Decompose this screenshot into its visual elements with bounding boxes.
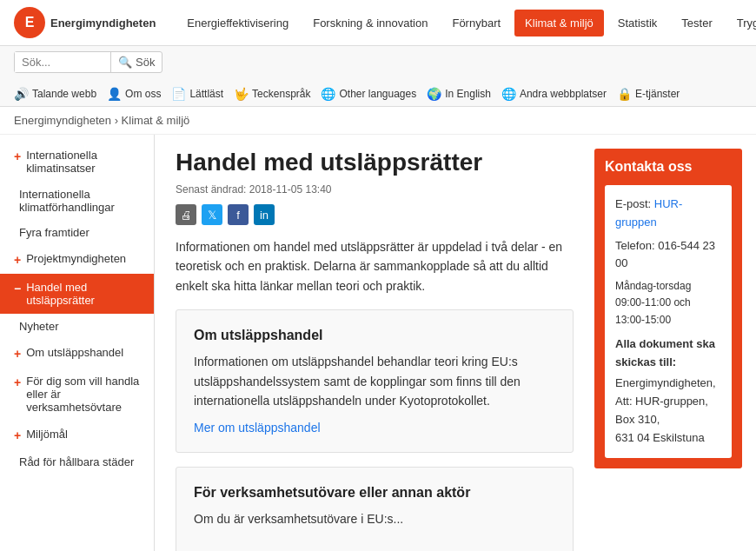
toolbar-talande[interactable]: 🔊 Talande webb bbox=[14, 87, 96, 101]
card-title-verksamhet: För verksamhetsutövare eller annan aktör bbox=[194, 485, 555, 501]
sidebar-item-rad[interactable]: Råd för hållbara städer bbox=[0, 449, 154, 475]
contact-address1-text: Energimyndigheten, bbox=[615, 376, 716, 389]
etjanster-icon: 🔒 bbox=[617, 87, 632, 101]
share-facebook-icon[interactable]: f bbox=[228, 204, 249, 225]
in-english-icon: 🌍 bbox=[427, 87, 441, 101]
sidebar-label-projekt: Projektmyndigheten bbox=[26, 252, 126, 265]
nav-klimat[interactable]: Klimat & miljö bbox=[514, 10, 604, 37]
search-input[interactable] bbox=[15, 52, 110, 72]
toolbar-in-english[interactable]: 🌍 In English bbox=[427, 87, 491, 101]
contact-phone-label: Telefon: bbox=[615, 239, 655, 252]
card-text-om-utslapp: Informationen om utsläppshandel behandla… bbox=[194, 352, 555, 410]
toolbar-andra-webbplatser[interactable]: 🌐 Andra webbplatser bbox=[501, 87, 607, 101]
last-updated: Senast ändrad: 2018-11-05 13:40 bbox=[176, 183, 574, 196]
share-print-icon[interactable]: 🖨 bbox=[176, 204, 196, 225]
contact-address1: Energimyndigheten, bbox=[615, 375, 721, 393]
om-oss-icon: 👤 bbox=[107, 87, 122, 101]
logo-icon: E bbox=[14, 7, 45, 38]
plus-icon: + bbox=[14, 149, 21, 163]
breadcrumb-current: Klimat & miljö bbox=[122, 114, 190, 127]
sidebar-item-fordigs[interactable]: + För dig som vill handla eller är verks… bbox=[0, 368, 154, 421]
contact-doc-label: Alla dokument ska skickas till: bbox=[615, 335, 721, 372]
toolbar-etjanster[interactable]: 🔒 E-tjänster bbox=[617, 87, 680, 101]
toolbar-teckenprak[interactable]: 🤟 Teckenspråk bbox=[234, 87, 310, 101]
plus-icon-4: + bbox=[14, 375, 21, 389]
contact-address2: Att: HUR-gruppen, bbox=[615, 393, 721, 411]
lattlast-label: Lättläst bbox=[189, 88, 223, 100]
etjanster-label: E-tjänster bbox=[635, 88, 680, 100]
search-icon: 🔍 bbox=[118, 56, 132, 69]
andra-label: Andra webbplatser bbox=[520, 88, 607, 100]
toolbar-lattlast[interactable]: 📄 Lättläst bbox=[171, 87, 223, 101]
main-nav: Energieffektivisering Forskning & innova… bbox=[176, 10, 756, 37]
sidebar-label-om-utslapp: Om utsläppshandel bbox=[26, 346, 123, 359]
nav-fornybart[interactable]: Förnybart bbox=[441, 10, 511, 37]
sidebar-label-rad: Råd för hållbara städer bbox=[19, 455, 134, 468]
contact-email-row: E-post: HUR-gruppen bbox=[615, 196, 721, 232]
sidebar-label-klimatinsatser: Internationella klimatinsatser bbox=[26, 149, 140, 175]
contact-address2-text: Att: HUR-gruppen, bbox=[615, 395, 708, 408]
share-linkedin-icon[interactable]: in bbox=[254, 204, 275, 225]
nav-trygg[interactable]: Trygg energiförsörjning bbox=[726, 10, 756, 37]
om-oss-label: Om oss bbox=[125, 88, 161, 100]
sidebar-item-handel[interactable]: − Handel med utsläppsrätter bbox=[0, 274, 154, 314]
contact-address3: Box 310, bbox=[615, 411, 721, 429]
sidebar-item-klimatforhandlingar[interactable]: Internationella klimatförhandlingar bbox=[0, 182, 154, 220]
sidebar-label-fyra: Fyra framtider bbox=[19, 226, 90, 239]
last-updated-value: 2018-11-05 13:40 bbox=[249, 183, 332, 196]
andra-icon: 🌐 bbox=[501, 87, 516, 101]
page-title: Handel med utsläppsrätter bbox=[176, 149, 574, 176]
talande-icon: 🔊 bbox=[14, 87, 29, 101]
breadcrumb-home[interactable]: Energimyndigheten bbox=[14, 114, 111, 127]
sidebar-item-om-utslapp[interactable]: + Om utsläppshandel bbox=[0, 339, 154, 368]
sidebar-item-nyheter[interactable]: Nyheter bbox=[0, 314, 154, 339]
sidebar-label-nyheter: Nyheter bbox=[19, 320, 59, 333]
sidebar-label-fordigs: För dig som vill handla eller är verksam… bbox=[26, 375, 140, 414]
contact-email-label: E-post: bbox=[615, 197, 651, 210]
share-twitter-icon[interactable]: 𝕏 bbox=[202, 204, 222, 225]
plus-icon-2: + bbox=[14, 253, 21, 267]
share-icons: 🖨 𝕏 f in bbox=[176, 204, 574, 225]
nav-energieffektivisering[interactable]: Energieffektivisering bbox=[176, 10, 299, 37]
minus-icon: − bbox=[14, 282, 21, 295]
card-link-om-utslapp[interactable]: Mer om utsläppshandel bbox=[194, 421, 321, 435]
search-button[interactable]: 🔍 Sök bbox=[110, 52, 162, 72]
contact-title: Kontakta oss bbox=[605, 159, 732, 175]
sidebar-item-miljomal[interactable]: + Miljömål bbox=[0, 421, 154, 449]
contact-content: E-post: HUR-gruppen Telefon: 016-544 23 … bbox=[605, 185, 732, 458]
plus-icon-5: + bbox=[14, 428, 21, 442]
sidebar-item-fyra[interactable]: Fyra framtider bbox=[0, 220, 154, 245]
breadcrumb-sep: › bbox=[115, 114, 122, 127]
nav-statistik[interactable]: Statistik bbox=[607, 10, 668, 37]
layout: + Internationella klimatinsatser Interna… bbox=[0, 135, 756, 551]
card-title-om-utslapp: Om utsläppshandel bbox=[194, 328, 555, 343]
breadcrumb: Energimyndigheten › Klimat & miljö bbox=[0, 107, 756, 135]
sidebar-label-handel: Handel med utsläppsrätter bbox=[26, 281, 140, 307]
toolbar: 🔍 Sök 🔊 Talande webb 👤 Om oss 📄 Lättläst… bbox=[0, 46, 756, 107]
talande-label: Talande webb bbox=[32, 88, 96, 100]
lattlast-icon: 📄 bbox=[171, 87, 186, 101]
in-english-label: In English bbox=[445, 88, 491, 100]
contact-hours: Måndag-torsdag 09:00-11:00 och 13:00-15:… bbox=[615, 278, 721, 329]
sidebar-item-klimatinsatser[interactable]: + Internationella klimatinsatser bbox=[0, 142, 154, 182]
sidebar-label-miljomal: Miljömål bbox=[26, 428, 68, 441]
intro-text: Informationen om handel med utsläppsrätt… bbox=[176, 237, 574, 295]
contact-address3-text: Box 310, bbox=[615, 413, 660, 426]
nav-tester[interactable]: Tester bbox=[671, 10, 722, 37]
toolbar-om-oss[interactable]: 👤 Om oss bbox=[107, 87, 161, 101]
contact-address4-text: 631 04 Eskilstuna bbox=[615, 431, 705, 444]
card-text-verksamhet: Om du är verksamhetsutövare i EU:s... bbox=[194, 509, 555, 528]
contact-hours-text: Måndag-torsdag 09:00-11:00 och 13:00-15:… bbox=[615, 280, 691, 325]
toolbar-other-languages[interactable]: 🌐 Other languages bbox=[321, 87, 416, 101]
sidebar-item-projektmyndigheten[interactable]: + Projektmyndigheten bbox=[0, 245, 154, 274]
contact-address4: 631 04 Eskilstuna bbox=[615, 429, 721, 448]
contact-phone-row: Telefon: 016-544 23 00 bbox=[615, 237, 721, 274]
contact-box: Kontakta oss E-post: HUR-gruppen Telefon… bbox=[594, 149, 742, 468]
nav-forskning[interactable]: Forskning & innovation bbox=[302, 10, 438, 37]
other-languages-icon: 🌐 bbox=[321, 87, 335, 101]
card-verksamhet: För verksamhetsutövare eller annan aktör… bbox=[176, 467, 574, 551]
plus-icon-3: + bbox=[14, 347, 21, 361]
logo-text: Energimyndigheten bbox=[50, 17, 156, 30]
search-label: Sök bbox=[136, 56, 155, 69]
logo[interactable]: E Energimyndigheten bbox=[14, 7, 156, 38]
